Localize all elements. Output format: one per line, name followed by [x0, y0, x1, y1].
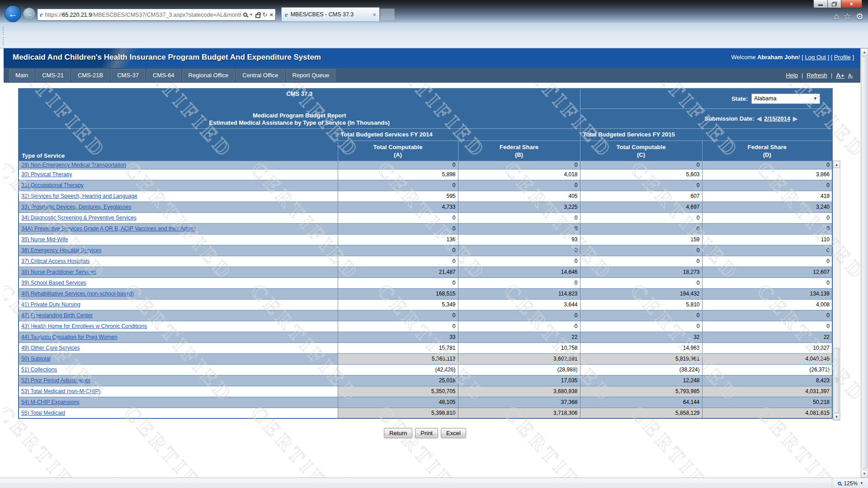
value-d-cell: 134,139: [702, 288, 832, 299]
value-a-cell: 48,105: [338, 397, 458, 408]
action-button[interactable]: Print: [415, 428, 438, 438]
home-icon[interactable]: ⌂: [834, 11, 839, 22]
font-increase-link[interactable]: A+: [836, 71, 844, 79]
nav-tab[interactable]: Report Queue: [286, 69, 336, 81]
nav-tab[interactable]: CMS-21: [36, 69, 70, 81]
tab-close-icon[interactable]: ×: [373, 11, 376, 18]
date-next-icon[interactable]: ▶: [793, 115, 797, 122]
zoom-dropdown-icon[interactable]: ▼: [860, 481, 863, 485]
date-prev-icon[interactable]: ◀: [757, 115, 761, 122]
table-row: 35) Nurse Mid-Wife 136 93 159 110: [19, 234, 832, 245]
service-link[interactable]: 30) Physical Therapy: [21, 171, 72, 178]
service-link[interactable]: 33) Prosthetic Devices, Dentures, Eyegla…: [21, 204, 131, 210]
address-dropdown-icon[interactable]: ▼: [250, 13, 253, 17]
service-link[interactable]: 34) Diagnostic Screening & Preventive Se…: [21, 215, 137, 221]
service-link[interactable]: 44) Tobacco Cessation for Preg Women: [21, 334, 117, 340]
service-link[interactable]: 37) Critical Access Hospitals: [21, 258, 90, 264]
service-cell: 29) Non-Emergency Medical Transportation: [19, 161, 338, 169]
page-scroll-up-icon[interactable]: ▲: [861, 48, 868, 56]
service-link[interactable]: 32) Services for Speech, Hearing and Lan…: [21, 193, 137, 199]
service-link[interactable]: 29) Non-Emergency Medical Transportation: [21, 162, 126, 168]
service-cell: 39) School Based Services: [19, 277, 338, 288]
table-scrollbar[interactable]: ▲ ▼: [833, 160, 840, 421]
table-row: 51) Collections (42,426) (28,988) (38,22…: [19, 364, 832, 375]
value-a-cell: 15,781: [338, 343, 458, 353]
action-buttons: ReturnPrintExcel: [18, 428, 832, 438]
service-link[interactable]: 51) Collections: [21, 366, 57, 373]
value-c-cell: 607: [580, 191, 702, 202]
new-tab-button[interactable]: [380, 9, 395, 20]
nav-tabs: MainCMS-21CMS-21BCMS-37CMS-64Regional Of…: [9, 69, 335, 81]
submission-date-link[interactable]: 2/15/2014: [764, 115, 790, 122]
favorites-star-icon[interactable]: ☆: [844, 11, 851, 22]
action-button[interactable]: Return: [384, 428, 412, 438]
value-c-cell: 12,248: [580, 375, 702, 386]
window-titlebar: ← → e https://65.220.21.9/MBESCBES/CMS37…: [0, 0, 868, 23]
action-button[interactable]: Excel: [441, 428, 466, 438]
service-link[interactable]: 36) Emergency Hospital Services: [21, 247, 101, 253]
url-text[interactable]: https://65.220.21.9/MBESCBES/CMS37/CMS37…: [45, 12, 241, 18]
scroll-down-icon[interactable]: ▼: [833, 413, 840, 420]
service-link[interactable]: 42) Freestanding Birth Center: [21, 312, 93, 319]
nav-tab[interactable]: Main: [9, 69, 34, 81]
submission-date-cell: Submission Date: ◀ 2/15/2014 ▶: [580, 108, 832, 128]
zoom-magnifier-icon: [838, 482, 841, 485]
nav-tab[interactable]: Regional Office: [182, 69, 235, 81]
value-c-cell: 159: [580, 234, 702, 245]
refresh-icon[interactable]: ↻: [263, 11, 268, 18]
service-link[interactable]: 41) Private Duty Nursing: [21, 301, 80, 308]
service-link[interactable]: 40) Rehabilitative Services (non-school-…: [21, 291, 134, 297]
value-c-cell: 5,603: [580, 169, 702, 180]
tab-title: MBES/CBES - CMS 37.3: [291, 11, 370, 18]
service-link[interactable]: 31) Occupational Therapy: [21, 182, 84, 188]
nav-tab[interactable]: CMS-64: [146, 69, 181, 81]
close-button[interactable]: ×: [841, 0, 862, 8]
page-scroll-down-icon[interactable]: ▼: [861, 470, 868, 478]
font-decrease-link[interactable]: A-: [848, 73, 853, 78]
refresh-link[interactable]: Refresh: [807, 72, 827, 79]
help-link[interactable]: Help: [786, 72, 798, 79]
stop-icon[interactable]: ×: [269, 11, 273, 18]
value-b-cell: 0: [458, 161, 580, 169]
page-scrollbar[interactable]: ▲ ▼: [860, 48, 868, 478]
service-link[interactable]: 50) Subtotal: [21, 356, 51, 362]
table-row: 38) Nurse Practitioner Services 21,487 1…: [19, 267, 832, 277]
profile-link[interactable]: Profile: [834, 54, 851, 61]
lock-icon: [255, 14, 260, 18]
logout-link[interactable]: Log Out: [805, 54, 826, 61]
scroll-up-icon[interactable]: ▲: [833, 161, 840, 168]
service-link[interactable]: 55) Total Medicaid: [21, 410, 65, 416]
value-a-cell: 0: [338, 223, 458, 234]
service-link[interactable]: 54) M-CHIP Expansions: [21, 399, 80, 405]
nav-tab[interactable]: CMS-37: [111, 69, 145, 81]
table-scrollbar-thumb[interactable]: [834, 348, 840, 413]
service-cell: 41) Private Duty Nursing: [19, 299, 338, 310]
restore-button[interactable]: [827, 0, 841, 8]
nav-tab[interactable]: CMS-21B: [71, 69, 109, 81]
state-select[interactable]: Alabama ▼: [751, 94, 820, 104]
service-link[interactable]: 53) Total Medicaid (non-M-CHIP): [21, 388, 100, 394]
tools-gear-icon[interactable]: ⚙: [856, 11, 863, 22]
minimize-button[interactable]: [813, 0, 827, 8]
browser-forward-button[interactable]: →: [23, 8, 35, 20]
value-d-cell: 3,240: [702, 202, 832, 212]
service-link[interactable]: 35) Nurse Mid-Wife: [21, 236, 68, 243]
browser-back-button[interactable]: ←: [5, 5, 21, 22]
service-link[interactable]: 39) School Based Services: [21, 280, 86, 286]
service-link[interactable]: 34A) Preventive Services Grade A OR B, A…: [21, 225, 196, 232]
service-link[interactable]: 38) Nurse Practitioner Services: [21, 269, 96, 275]
service-link[interactable]: 52) Prior Period Adjustments: [21, 377, 90, 384]
service-link[interactable]: 49) Other Care Services: [21, 345, 80, 351]
address-bar[interactable]: e https://65.220.21.9/MBESCBES/CMS37/CMS…: [37, 9, 276, 21]
browser-tab[interactable]: e MBES/CBES - CMS 37.3 ×: [281, 7, 380, 21]
service-link[interactable]: 43) Health Home for Enrollees w Chronic …: [21, 323, 147, 329]
value-a-cell: 33: [338, 332, 458, 343]
value-a-cell: 5,368,113: [338, 353, 458, 364]
value-d-cell: 419: [702, 191, 832, 202]
page-scrollbar-thumb[interactable]: [861, 56, 868, 469]
search-icon[interactable]: [243, 13, 247, 17]
nav-tab[interactable]: Central Office: [236, 69, 284, 81]
zoom-control[interactable]: 125% ▼: [832, 478, 863, 488]
value-c-cell: 18,273: [580, 267, 702, 277]
value-d-cell: 8,423: [702, 375, 832, 386]
